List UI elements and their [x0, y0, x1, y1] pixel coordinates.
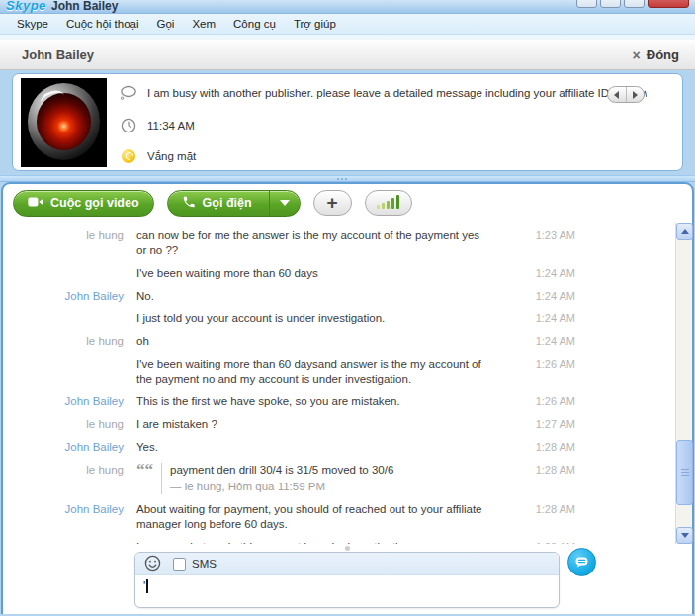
close-window-button[interactable]	[648, 0, 689, 8]
message-author: le hung	[3, 463, 136, 494]
scrollbar-thumb[interactable]	[676, 440, 693, 505]
voice-call-button[interactable]: Gọi điện	[167, 190, 301, 217]
call-toolbar: Cuộc gọi video Gọi điện +	[3, 184, 692, 221]
avatar	[21, 78, 107, 167]
composer-toolbar: SMS	[135, 553, 559, 575]
chat-message-row: le hung ““ payment den drill 30/4 is 31/…	[3, 459, 575, 498]
message-text: I've been waiting more than 60 daysand a…	[136, 357, 501, 387]
chat-log: le hung can now be for me the answer is …	[3, 223, 692, 544]
thumb-grip-icon	[681, 469, 689, 470]
mood-bubble-icon	[120, 85, 137, 101]
message-timestamp: 1:23 AM	[501, 228, 575, 258]
add-participants-button[interactable]: +	[313, 190, 352, 216]
message-author: le hung	[3, 228, 136, 258]
message-author: John Bailey	[3, 395, 136, 409]
sms-checkbox[interactable]	[173, 558, 186, 571]
skype-window: { "titlebar": { "logo_text": "Skype", "t…	[0, 0, 695, 616]
message-timestamp: 1:24 AM	[501, 266, 575, 281]
arrow-up-icon	[681, 229, 689, 234]
menu-bar: SkypeCuộc hội thoạiGọiXemCông cụTrợ giúp	[0, 14, 695, 35]
profile-details: I am busy with another publisher. please…	[120, 74, 674, 170]
draft-text: '	[143, 579, 145, 593]
message-text: can now be for me the answer is the my a…	[136, 228, 501, 258]
menu-item-3[interactable]: Xem	[183, 16, 224, 32]
splitter-handle[interactable]	[0, 175, 695, 182]
scroll-up-button[interactable]	[676, 223, 693, 240]
chevron-down-icon	[280, 200, 290, 206]
message-timestamp: 1:24 AM	[501, 289, 575, 304]
menu-item-5[interactable]: Trợ giúp	[285, 16, 345, 32]
conversation-header: John Bailey × Đóng	[0, 40, 695, 70]
splitter-dots-icon	[337, 178, 339, 180]
message-timestamp: 1:28 AM	[501, 440, 575, 455]
message-text: ““ payment den drill 30/4 is 31/5 moved …	[136, 463, 501, 494]
maximize-button[interactable]	[624, 0, 645, 8]
profile-panel: I am busy with another publisher. please…	[12, 73, 683, 171]
message-text: Yes.	[136, 440, 501, 455]
chat-message-row: le hung I are mistaken ? 1:27 AM	[3, 413, 575, 436]
minimize-button[interactable]	[576, 0, 597, 8]
chat-scrollbar[interactable]	[675, 223, 692, 544]
composer-resize-handle[interactable]	[345, 546, 350, 551]
title-bar: Skype John Bailey	[0, 0, 695, 14]
message-text: About waiting for payment, you should of…	[136, 502, 501, 532]
window-title: John Bailey	[51, 0, 118, 13]
chat-message-row: John Bailey About waiting for payment, y…	[3, 498, 575, 536]
arrow-down-icon	[681, 533, 689, 538]
hal-eye-ring	[28, 83, 100, 160]
call-options-dropdown[interactable]	[269, 191, 300, 216]
video-call-button[interactable]: Cuộc gọi video	[13, 190, 154, 217]
message-text: I are mistaken ?	[136, 417, 501, 432]
message-author: John Bailey	[3, 440, 136, 455]
text-caret	[146, 579, 148, 593]
quote-attribution: — le hung, Hôm qua 11:59 PM	[170, 480, 393, 494]
chat-message-row: le hung oh 1:24 AM	[3, 330, 575, 353]
message-timestamp: 1:24 AM	[501, 334, 575, 349]
next-icon	[633, 91, 638, 99]
chat-message-row: I am sorry but again this account is und…	[3, 536, 575, 544]
message-author	[3, 357, 136, 387]
message-timestamp: 1:28 AM	[501, 502, 575, 532]
message-text: I've been waiting more than 60 days	[136, 266, 501, 281]
message-timestamp: 1:26 AM	[501, 395, 575, 409]
previous-icon	[614, 91, 619, 99]
scroll-down-button[interactable]	[676, 527, 693, 544]
send-message-button[interactable]	[567, 548, 596, 576]
conversation-title: John Bailey	[22, 47, 94, 62]
previous-mood-button[interactable]	[608, 87, 627, 102]
message-timestamp: 1:26 AM	[501, 357, 575, 387]
message-timestamp: 1:28 AM	[501, 463, 575, 494]
chat-message-row: John Bailey This is the first we have sp…	[3, 391, 575, 413]
chat-bubble-icon	[573, 554, 590, 571]
message-input[interactable]: '	[135, 575, 559, 597]
message-author	[3, 311, 136, 326]
message-timestamp: 1:27 AM	[501, 417, 575, 432]
menu-item-1[interactable]: Cuộc hội thoại	[57, 16, 148, 32]
close-conversation-button[interactable]: × Đóng	[633, 47, 679, 63]
message-author: le hung	[3, 334, 136, 349]
chat-message-row: le hung can now be for me the answer is …	[3, 224, 575, 262]
menu-item-4[interactable]: Công cụ	[224, 16, 285, 32]
message-text: I just told you your account is under in…	[136, 311, 501, 326]
message-author	[3, 266, 136, 281]
sms-toggle[interactable]: SMS	[173, 558, 217, 571]
phone-icon	[182, 195, 196, 212]
chat-message-row: I've been waiting more than 60 days 1:24…	[3, 262, 575, 285]
window-controls	[576, 0, 689, 8]
call-quality-button[interactable]	[365, 190, 412, 216]
quote-text: payment den drill 30/4 is 31/5 moved to …	[170, 463, 393, 478]
message-text: oh	[136, 334, 501, 349]
local-time: 11:34 AM	[147, 120, 195, 132]
status-label: Vắng mặt	[147, 150, 196, 162]
message-composer: SMS '	[134, 552, 560, 608]
composer-zone: SMS '	[3, 544, 692, 614]
message-author: John Bailey	[3, 502, 136, 532]
message-author: le hung	[3, 417, 136, 432]
menu-item-0[interactable]: Skype	[8, 16, 57, 32]
next-mood-button[interactable]	[627, 87, 645, 102]
chat-message-row: John Bailey Yes. 1:28 AM	[3, 436, 575, 459]
restore-button[interactable]	[600, 0, 621, 8]
message-text: This is the first we have spoke, so you …	[136, 395, 501, 409]
emoticon-button[interactable]	[144, 555, 161, 573]
menu-item-2[interactable]: Gọi	[148, 16, 184, 32]
